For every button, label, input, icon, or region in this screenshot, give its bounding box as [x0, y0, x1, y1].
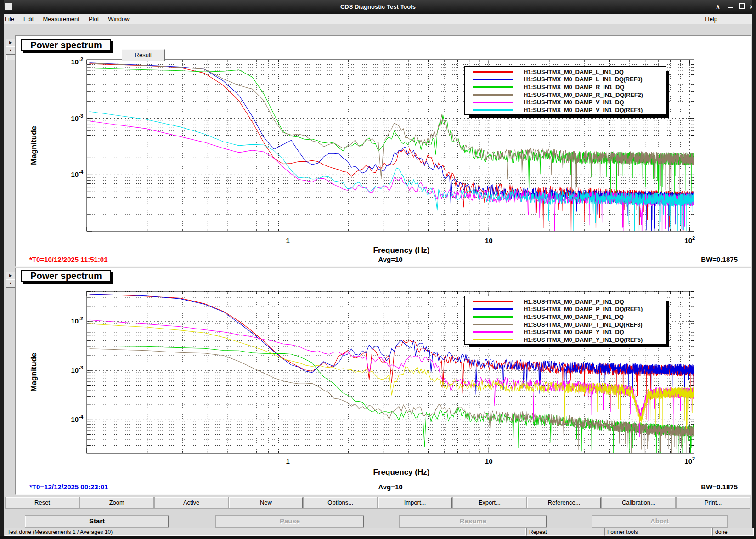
window-title: CDS Diagnostic Test Tools — [0, 3, 756, 10]
legend-line-sample — [473, 339, 513, 340]
legend-item: H1:SUS-ITMX_M0_DAMP_Y_IN1_DQ(REF5) — [465, 336, 666, 344]
status-cell-3: done — [712, 528, 754, 536]
menu-item-window[interactable]: Window — [103, 14, 134, 23]
reset-button[interactable]: Reset — [6, 497, 79, 508]
legend-line-sample — [473, 301, 513, 302]
legend-item: H1:SUS-ITMX_M0_DAMP_P_IN1_DQ — [465, 298, 666, 306]
title-bar: CDS Diagnostic Test Tools ∧ × — [0, 0, 756, 14]
calibration-button[interactable]: Calibration... — [602, 497, 675, 508]
x-axis-title: Frequency (Hz) — [373, 246, 430, 255]
scroll-up-icon[interactable]: ▲ — [6, 279, 15, 288]
legend-channel-name: H1:SUS-ITMX_M0_DAMP_Y_IN1_DQ — [524, 329, 624, 335]
legend-line-sample — [473, 308, 513, 310]
bandwidth-label: BW=0.1875 — [701, 255, 738, 263]
legend-channel-name: H1:SUS-ITMX_M0_DAMP_P_IN1_DQ(REF1) — [524, 306, 643, 312]
x-axis-title: Frequency (Hz) — [373, 468, 430, 477]
x-tick-label: 102 — [684, 456, 695, 465]
legend-line-sample — [473, 94, 513, 96]
tab-bar: InputMeasurementExcitationResult — [0, 24, 756, 35]
options-button[interactable]: Options... — [304, 497, 377, 508]
legend-channel-name: H1:SUS-ITMX_M0_DAMP_Y_IN1_DQ(REF5) — [524, 336, 643, 343]
scroll-right-icon[interactable]: ▶ — [6, 272, 15, 280]
legend-item: H1:SUS-ITMX_M0_DAMP_T_IN1_DQ(REF3) — [465, 321, 666, 329]
maximize-window-icon[interactable] — [737, 2, 747, 11]
y-tick-label: 10-4 — [71, 169, 84, 178]
window-border — [0, 536, 756, 539]
window-border — [752, 0, 756, 539]
x-tick-label: 102 — [684, 235, 695, 244]
new-button[interactable]: New — [229, 497, 303, 508]
legend-channel-name: H1:SUS-ITMX_M0_DAMP_R_IN1_DQ(REF2) — [524, 91, 643, 98]
legend-item: H1:SUS-ITMX_M0_DAMP_V_IN1_DQ — [465, 98, 666, 106]
start-time-label: *T0=10/12/2025 11:51:01 — [29, 255, 108, 263]
legend-line-sample — [473, 102, 513, 103]
power-spectrum-panel-2[interactable]: 10-210-310-4110102MagnitudePower spectru… — [15, 268, 751, 495]
y-axis-title: Magnitude — [29, 126, 38, 165]
series-H1:SUS-ITMX_M0_DAMP_V_IN1_DQ(REF4) — [90, 112, 694, 239]
legend-channel-name: H1:SUS-ITMX_M0_DAMP_R_IN1_DQ — [524, 84, 624, 91]
app-window: CDS Diagnostic Test Tools ∧ × FileEditMe… — [0, 0, 756, 539]
status-cell-2: Fourier tools — [604, 528, 712, 536]
print-button[interactable]: Print... — [677, 497, 750, 508]
x-tick-label: 1 — [286, 457, 289, 465]
legend-channel-name: H1:SUS-ITMX_M0_DAMP_V_IN1_DQ — [524, 99, 624, 106]
legend-channel-name: H1:SUS-ITMX_M0_DAMP_L_IN1_DQ(REF0) — [524, 76, 642, 83]
menu-item-plot[interactable]: Plot — [84, 14, 103, 23]
resume-button[interactable]: Resume — [400, 516, 547, 527]
window-border — [0, 0, 4, 539]
plot-title: Power spectrum — [21, 270, 111, 282]
status-cell-0: Test done (Measurements 1 / Averages 10) — [5, 528, 526, 536]
legend-channel-name: H1:SUS-ITMX_M0_DAMP_P_IN1_DQ — [524, 298, 624, 305]
averages-label: Avg=10 — [378, 483, 402, 491]
x-tick-label: 10 — [485, 237, 493, 244]
y-tick-label: 10-4 — [71, 414, 84, 423]
legend-line-sample — [473, 331, 513, 333]
minimize-window-icon[interactable] — [725, 2, 735, 11]
plot-legend: H1:SUS-ITMX_M0_DAMP_P_IN1_DQH1:SUS-ITMX_… — [464, 296, 666, 345]
legend-item: H1:SUS-ITMX_M0_DAMP_Y_IN1_DQ — [465, 328, 666, 336]
legend-line-sample — [473, 324, 513, 325]
y-tick-label: 10-3 — [71, 365, 83, 374]
tab-result[interactable]: Result — [122, 49, 165, 61]
reference-button[interactable]: Reference... — [527, 497, 601, 508]
shade-window-icon[interactable]: ∧ — [713, 2, 723, 11]
scroll-up-icon[interactable]: ▲ — [6, 46, 15, 55]
y-tick-label: 10-2 — [71, 57, 83, 66]
pause-button[interactable]: Pause — [216, 516, 364, 527]
menu-item-measurement[interactable]: Measurement — [38, 14, 84, 23]
legend-channel-name: H1:SUS-ITMX_M0_DAMP_V_IN1_DQ(REF4) — [524, 107, 643, 113]
legend-line-sample — [473, 109, 513, 111]
active-button[interactable]: Active — [155, 497, 228, 508]
averages-label: Avg=10 — [378, 255, 402, 263]
start-button[interactable]: Start — [25, 516, 169, 527]
legend-item: H1:SUS-ITMX_M0_DAMP_R_IN1_DQ(REF2) — [465, 91, 666, 99]
zoom-button[interactable]: Zoom — [80, 497, 153, 508]
menu-item-edit[interactable]: Edit — [19, 14, 38, 23]
export-button[interactable]: Export... — [453, 497, 526, 508]
series-H1:SUS-ITMX_M0_DAMP_V_IN1_DQ — [90, 121, 694, 255]
import-button[interactable]: Import... — [378, 497, 452, 508]
scroll-right-icon[interactable]: ▶ — [6, 39, 15, 47]
status-cell-1: Repeat — [526, 528, 604, 536]
power-spectrum-panel-1[interactable]: 10-210-310-4110102MagnitudePower spectru… — [15, 35, 751, 267]
legend-line-sample — [473, 86, 513, 88]
plot-legend: H1:SUS-ITMX_M0_DAMP_L_IN1_DQH1:SUS-ITMX_… — [464, 66, 666, 115]
legend-item: H1:SUS-ITMX_M0_DAMP_V_IN1_DQ(REF4) — [465, 106, 666, 114]
y-axis-title: Magnitude — [29, 353, 38, 392]
abort-button[interactable]: Abort — [592, 516, 727, 527]
legend-line-sample — [473, 316, 513, 318]
legend-item: H1:SUS-ITMX_M0_DAMP_P_IN1_DQ(REF1) — [465, 306, 666, 313]
menu-item-help[interactable]: Help — [700, 14, 756, 23]
legend-item: H1:SUS-ITMX_M0_DAMP_L_IN1_DQ(REF0) — [465, 76, 666, 84]
menu-bar: FileEditMeasurementPlotWindowHelp — [0, 14, 756, 25]
legend-channel-name: H1:SUS-ITMX_M0_DAMP_T_IN1_DQ(REF3) — [524, 321, 642, 328]
separator — [4, 511, 752, 512]
legend-item: H1:SUS-ITMX_M0_DAMP_T_IN1_DQ — [465, 313, 666, 321]
legend-channel-name: H1:SUS-ITMX_M0_DAMP_L_IN1_DQ — [524, 68, 624, 75]
legend-channel-name: H1:SUS-ITMX_M0_DAMP_T_IN1_DQ — [524, 313, 624, 320]
start-time-label: *T0=12/12/2025 00:23:01 — [29, 483, 108, 491]
y-tick-label: 10-2 — [71, 316, 83, 325]
bandwidth-label: BW=0.1875 — [701, 483, 738, 491]
legend-item: H1:SUS-ITMX_M0_DAMP_R_IN1_DQ — [465, 83, 666, 91]
y-tick-label: 10-3 — [71, 113, 83, 122]
